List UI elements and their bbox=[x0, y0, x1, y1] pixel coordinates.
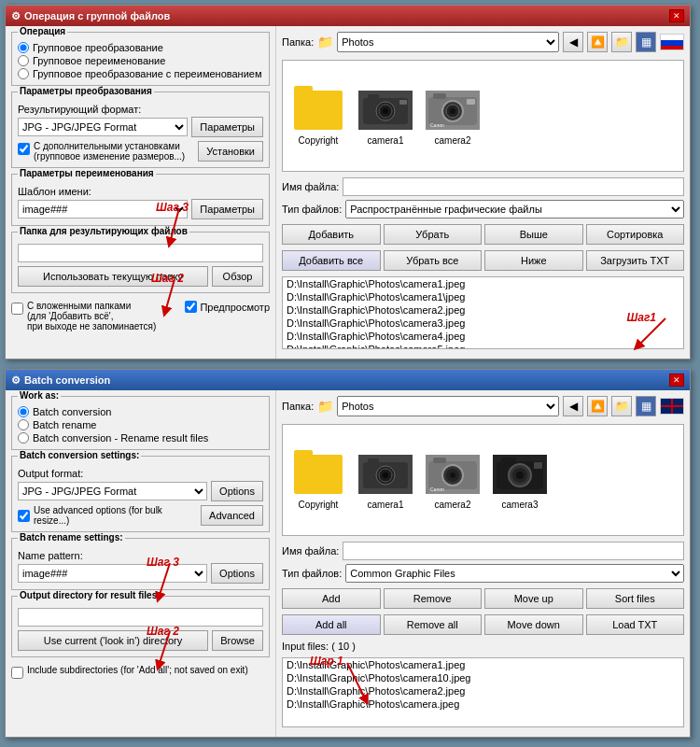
radio-batch-both[interactable]: Групповое преобразование с переименовани… bbox=[18, 68, 263, 79]
file-item-camera1[interactable]: camera1 bbox=[356, 87, 415, 146]
rename-options-button[interactable]: Options bbox=[211, 563, 263, 584]
file-item-copyright[interactable]: Copyright bbox=[288, 87, 348, 146]
load-txt-button[interactable]: Загрузить TXT bbox=[586, 250, 685, 271]
format-select-en[interactable]: JPG - JPG/JPEG Format bbox=[18, 482, 207, 500]
down-button-en[interactable]: Move down bbox=[484, 614, 583, 635]
file-list-item[interactable]: D:\Install\Graphic\Photos\camera3.jpeg bbox=[283, 317, 683, 330]
down-button[interactable]: Ниже bbox=[484, 250, 583, 271]
load-txt-button-en[interactable]: Load TXT bbox=[586, 614, 685, 635]
output-dir-input[interactable]: D:\Install\Graphic\Photos\Copyright\ bbox=[18, 244, 263, 262]
file-list-item-en[interactable]: D:\Install\Graphic\Photos\camera10.jpeg bbox=[283, 671, 683, 684]
file-list-item-en[interactable]: D:\Install\Graphic\Photos\camera.jpeg bbox=[283, 698, 683, 711]
file-list-item[interactable]: D:\Install\Graphic\Photos\camera1\jpeg bbox=[283, 290, 683, 303]
add-button-en[interactable]: Add bbox=[282, 588, 381, 609]
convert-params-group: Параметры преобразования Результирующий … bbox=[11, 92, 270, 168]
file-list-item[interactable]: D:\Install\Graphic\Photos\camera4.jpeg bbox=[283, 330, 683, 343]
close-button-en[interactable]: ✕ bbox=[669, 374, 684, 387]
advanced-checkbox-en[interactable] bbox=[18, 510, 30, 522]
window-russian: ⚙ Операция с группой файлов ✕ Операция Г… bbox=[5, 5, 691, 359]
include-sub-checkbox-en[interactable] bbox=[11, 667, 23, 679]
add-button[interactable]: Добавить bbox=[282, 224, 381, 245]
nav-view-button[interactable]: ▦ bbox=[636, 32, 656, 52]
name-pattern-row: image### Options bbox=[18, 563, 263, 584]
svg-point-4 bbox=[383, 108, 388, 114]
folder-select-en[interactable]: Photos bbox=[337, 396, 559, 416]
radio-batch-rename-input[interactable] bbox=[18, 55, 29, 66]
remove-all-button[interactable]: Убрать все bbox=[384, 250, 483, 271]
up-button-en[interactable]: Move up bbox=[484, 588, 583, 609]
filename-input-en[interactable] bbox=[343, 542, 684, 560]
remove-all-button-en[interactable]: Remove all bbox=[384, 614, 483, 635]
radio-batch-rename[interactable]: Групповое переименование bbox=[18, 55, 263, 66]
input-files-label: Input files: ( 10 ) bbox=[282, 641, 684, 652]
nav-up-button-en[interactable]: 🔼 bbox=[587, 396, 608, 416]
nav-new-button[interactable]: 📁 bbox=[611, 32, 632, 52]
advanced-button[interactable]: Установки bbox=[198, 141, 263, 162]
add-all-button-en[interactable]: Add all bbox=[282, 614, 381, 635]
file-browser-en: Copyright camera1 bbox=[282, 424, 684, 536]
sort-button[interactable]: Сортировка bbox=[586, 224, 685, 245]
radio-batch-both-label: Групповое преобразование с переименовани… bbox=[33, 68, 262, 79]
options-button[interactable]: Options bbox=[211, 481, 263, 501]
up-button[interactable]: Выше bbox=[484, 224, 583, 245]
radio-batch-convert-input-en[interactable] bbox=[18, 406, 29, 417]
step3-arrow bbox=[151, 204, 207, 250]
svg-rect-12 bbox=[433, 93, 446, 99]
include-sub-label-en: Include subdirectories (for 'Add all'; n… bbox=[27, 665, 248, 675]
radio-batch-rename-input-en[interactable] bbox=[18, 419, 29, 430]
remove-button-en[interactable]: Remove bbox=[384, 588, 483, 609]
radio-batch-rename-en[interactable]: Batch rename bbox=[18, 419, 263, 430]
filename-input[interactable] bbox=[343, 177, 684, 196]
filetype-select-en[interactable]: Common Graphic Files bbox=[345, 564, 684, 583]
folder-select[interactable]: Photos bbox=[337, 32, 559, 52]
browse-button-en[interactable]: Browse bbox=[212, 630, 263, 651]
camera1-icon-en bbox=[358, 455, 413, 494]
advanced-checkbox[interactable] bbox=[18, 143, 30, 155]
radio-batch-both-input[interactable] bbox=[18, 68, 29, 79]
output-dir-input-en[interactable]: D:\Install\Graphic\Photos\Copyright\ bbox=[18, 608, 263, 627]
file-list-item[interactable]: D:\Install\Graphic\Photos\camera2.jpeg bbox=[283, 303, 683, 317]
radio-batch-convert[interactable]: Групповое преобразование bbox=[18, 42, 263, 53]
params-button[interactable]: Параметры bbox=[191, 117, 263, 137]
file-item-camera3-en[interactable]: camera3 bbox=[490, 451, 550, 510]
file-list-item[interactable]: D:\Install\Graphic\Photos\camera5.jpeg bbox=[283, 343, 683, 349]
nav-up-button[interactable]: 🔼 bbox=[587, 32, 608, 52]
format-label: Результирующий формат: bbox=[18, 104, 141, 115]
browse-button[interactable]: Обзор bbox=[212, 266, 263, 287]
filename-row-en: Имя файла: bbox=[282, 542, 684, 560]
svg-rect-33 bbox=[501, 458, 516, 463]
sort-button-en[interactable]: Sort files bbox=[586, 588, 685, 609]
nav-back-button-en[interactable]: ◀ bbox=[563, 396, 583, 416]
radio-batch-both-input-en[interactable] bbox=[18, 432, 29, 444]
nav-new-button-en[interactable]: 📁 bbox=[611, 396, 632, 416]
file-item-camera2-en[interactable]: Canon camera2 bbox=[423, 451, 483, 510]
rename-params-group: Параметры переименования Шаблон имени: i… bbox=[11, 174, 270, 226]
action-row-1-en: Add Remove Move up Sort files bbox=[282, 588, 684, 609]
svg-text:Canon: Canon bbox=[430, 122, 444, 128]
output-dir-label-en: Output directory for result files: bbox=[18, 590, 162, 600]
filetype-select[interactable]: Распространённые графические файлы bbox=[345, 200, 684, 218]
radio-batch-convert-input[interactable] bbox=[18, 42, 29, 53]
format-select[interactable]: JPG - JPG/JPEG Format bbox=[18, 118, 188, 136]
svg-rect-5 bbox=[368, 94, 379, 99]
radio-batch-both-en[interactable]: Batch conversion - Rename result files bbox=[18, 432, 263, 444]
output-dir-group: Папка для результирующих файлов D:\Insta… bbox=[11, 232, 270, 293]
file-label-camera2: camera2 bbox=[435, 135, 471, 146]
file-list-item-en[interactable]: D:\Install\Graphic\Photos\camera1.jpeg bbox=[283, 658, 683, 671]
close-button[interactable]: ✕ bbox=[669, 9, 684, 22]
add-all-button[interactable]: Добавить все bbox=[282, 250, 381, 271]
nav-back-button[interactable]: ◀ bbox=[563, 32, 583, 52]
advanced-label: С дополнительными установками(групповое … bbox=[34, 141, 194, 162]
file-list-item-en[interactable]: D:\Install\Graphic\Photos\camera2.jpeg bbox=[283, 684, 683, 698]
file-item-camera1-en[interactable]: camera1 bbox=[356, 451, 415, 510]
file-item-camera2[interactable]: Canon camera2 bbox=[423, 87, 483, 146]
include-sub-checkbox[interactable] bbox=[11, 303, 23, 315]
advanced-button-en[interactable]: Advanced bbox=[201, 505, 263, 526]
nav-view-button-en[interactable]: ▦ bbox=[636, 396, 656, 416]
remove-button[interactable]: Убрать bbox=[384, 224, 483, 245]
file-item-copyright-en[interactable]: Copyright bbox=[288, 451, 348, 510]
camera3-thumb-en bbox=[492, 451, 548, 498]
radio-batch-convert-en[interactable]: Batch conversion bbox=[18, 406, 263, 417]
radio-label-0-en: Batch conversion bbox=[33, 406, 111, 417]
file-list-item[interactable]: D:\Install\Graphic\Photos\camera1.jpeg bbox=[283, 277, 683, 290]
